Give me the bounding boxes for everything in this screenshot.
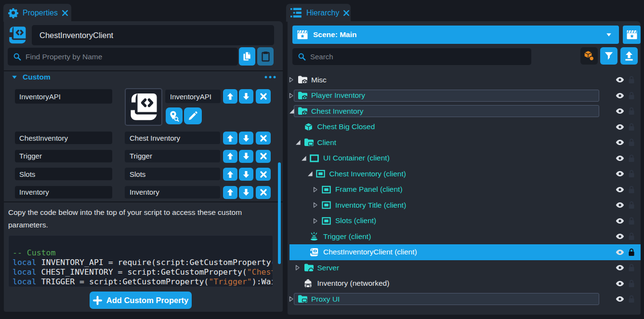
property-value-field[interactable]: Slots	[125, 168, 220, 180]
property-name-field[interactable]: Inventory	[15, 186, 112, 199]
hierarchy-search-input[interactable]: Search	[292, 48, 531, 65]
delete-property-button[interactable]	[256, 186, 271, 199]
add-custom-property-button[interactable]: Add Custom Property	[90, 292, 192, 309]
hierarchy-row-chest-inventory-client[interactable]: Chest Inventory (client)	[288, 166, 641, 182]
lock-icon[interactable]	[628, 213, 635, 229]
delete-property-button[interactable]	[256, 168, 271, 181]
delete-property-button[interactable]	[256, 132, 271, 145]
visibility-eye-icon[interactable]	[616, 213, 624, 229]
lock-icon[interactable]	[628, 166, 635, 182]
hierarchy-row-inventory-networked[interactable]: Inventory (networked)	[288, 276, 641, 292]
hierarchy-row-frame-panel-client[interactable]: Frame Panel (client)	[288, 182, 641, 198]
scene-selector-dropdown[interactable]: Scene: Main	[292, 26, 619, 44]
visibility-eye-icon[interactable]	[616, 228, 624, 244]
collapse-arrow-icon[interactable]	[301, 150, 307, 166]
publish-upload-button[interactable]	[620, 47, 638, 65]
delete-property-button[interactable]	[256, 89, 271, 104]
lock-icon[interactable]	[628, 182, 635, 198]
property-name-field[interactable]: InventoryAPI	[15, 89, 112, 104]
visibility-eye-icon[interactable]	[616, 150, 624, 166]
lock-icon[interactable]	[628, 119, 635, 135]
visibility-eye-icon[interactable]	[616, 134, 624, 150]
expand-arrow-icon[interactable]	[313, 197, 318, 213]
property-name-field[interactable]: Slots	[15, 168, 112, 180]
collapse-arrow-icon[interactable]	[289, 103, 295, 119]
tab-hierarchy[interactable]: Hierarchy	[286, 4, 351, 22]
delete-property-button[interactable]	[256, 150, 271, 163]
move-property-down-button[interactable]	[239, 89, 253, 104]
property-value-field[interactable]: Inventory	[125, 186, 220, 199]
hierarchy-row-server[interactable]: Server	[288, 260, 641, 276]
hierarchy-row-label: UI Container (client)	[323, 154, 390, 162]
filter-button[interactable]	[600, 47, 618, 65]
visibility-eye-icon[interactable]	[616, 244, 624, 260]
visibility-eye-icon[interactable]	[616, 103, 624, 119]
lock-icon[interactable]	[628, 103, 635, 119]
hierarchy-row-proxy-ui[interactable]: Proxy UI	[288, 291, 641, 307]
expand-arrow-icon[interactable]	[295, 260, 300, 276]
hierarchy-panel: Scene: Main Search MiscPlayer InventoryC…	[288, 21, 641, 315]
expand-arrow-icon[interactable]	[289, 88, 294, 104]
move-property-down-button[interactable]	[239, 150, 253, 163]
lock-icon[interactable]	[628, 228, 635, 244]
move-property-down-button[interactable]	[239, 168, 253, 181]
package-contents-button[interactable]	[580, 47, 598, 65]
visibility-eye-icon[interactable]	[616, 166, 624, 182]
move-property-up-button[interactable]	[223, 150, 237, 163]
move-property-up-button[interactable]	[223, 168, 237, 181]
scene-manager-button[interactable]	[623, 26, 641, 44]
hierarchy-row-inventory-title-client[interactable]: Inventory Title (client)	[288, 197, 641, 213]
move-property-down-button[interactable]	[239, 132, 253, 145]
hierarchy-row-slots-client[interactable]: Slots (client)	[288, 213, 641, 229]
property-value-field[interactable]: Chest Inventory	[125, 132, 220, 144]
hierarchy-row-client[interactable]: Client	[288, 134, 641, 150]
hierarchy-row-chest-big-closed[interactable]: Chest Big Closed	[288, 119, 641, 135]
visibility-eye-icon[interactable]	[616, 182, 624, 198]
tab-properties[interactable]: Properties	[3, 4, 71, 22]
lock-icon[interactable]	[628, 134, 635, 150]
move-property-up-button[interactable]	[223, 89, 237, 104]
lock-icon[interactable]	[628, 197, 635, 213]
edit-script-button[interactable]	[184, 107, 202, 124]
find-asset-button[interactable]	[166, 107, 183, 124]
lock-icon[interactable]	[628, 88, 635, 104]
expand-arrow-icon[interactable]	[313, 213, 318, 229]
collapse-arrow-icon[interactable]	[307, 166, 313, 182]
hierarchy-row-chest-inventory[interactable]: Chest Inventory	[288, 103, 641, 119]
move-property-up-button[interactable]	[223, 132, 237, 145]
hierarchy-row-ui-container-client[interactable]: UI Container (client)	[288, 150, 641, 166]
collapse-arrow-icon[interactable]	[295, 134, 301, 150]
hierarchy-row-player-inventory[interactable]: Player Inventory	[288, 88, 641, 104]
visibility-eye-icon[interactable]	[616, 197, 624, 213]
visibility-eye-icon[interactable]	[616, 72, 624, 88]
expand-arrow-icon[interactable]	[289, 291, 294, 307]
property-name-field[interactable]: Trigger	[15, 150, 112, 162]
expand-arrow-icon[interactable]	[289, 72, 294, 88]
expand-arrow-icon[interactable]	[313, 182, 318, 198]
hierarchy-row-misc[interactable]: Misc	[288, 72, 641, 88]
close-properties-icon[interactable]	[62, 10, 68, 16]
lock-icon[interactable]	[628, 150, 635, 166]
properties-scrollbar-thumb[interactable]	[278, 162, 281, 264]
hierarchy-row-chestinventoryclient-client[interactable]: ChestInventoryClient (client)	[288, 244, 641, 260]
hierarchy-row-trigger-client[interactable]: Trigger (client)	[288, 228, 641, 244]
lock-icon[interactable]	[628, 72, 635, 88]
lock-icon[interactable]	[628, 260, 635, 276]
visibility-eye-icon[interactable]	[616, 276, 624, 292]
property-value-field[interactable]: Trigger	[125, 150, 220, 162]
close-hierarchy-icon[interactable]	[343, 10, 350, 16]
visibility-eye-icon[interactable]	[616, 119, 624, 135]
move-property-down-button[interactable]	[239, 186, 253, 199]
property-value-field[interactable]: InventoryAPI	[165, 90, 221, 103]
visibility-eye-icon[interactable]	[616, 291, 624, 307]
visibility-eye-icon[interactable]	[616, 88, 624, 104]
lock-icon[interactable]	[628, 291, 635, 307]
lock-icon[interactable]	[628, 276, 635, 292]
lock-icon[interactable]	[628, 244, 635, 260]
property-name-field[interactable]: ChestInventory	[15, 132, 112, 144]
move-property-up-button[interactable]	[223, 186, 237, 199]
code-snippet-box[interactable]: -- Customlocal INVENTORY_API = require(s…	[8, 235, 273, 287]
filter-icon	[604, 51, 614, 61]
asset-thumbnail[interactable]	[125, 88, 162, 126]
visibility-eye-icon[interactable]	[616, 260, 624, 276]
